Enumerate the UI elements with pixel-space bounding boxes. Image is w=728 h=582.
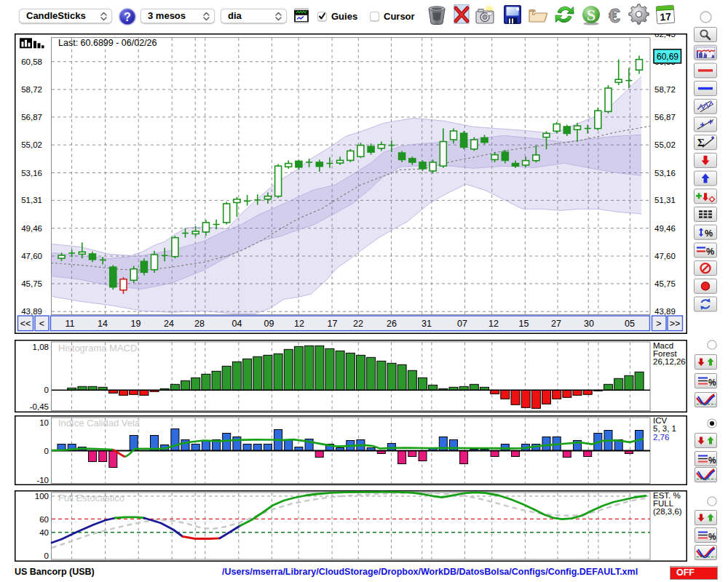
svg-text:5, 3, 1: 5, 3, 1	[653, 424, 676, 433]
svg-text:04: 04	[232, 319, 242, 329]
svg-text:S: S	[587, 6, 596, 24]
svg-text:60: 60	[39, 515, 49, 524]
svg-text:17: 17	[328, 319, 338, 329]
svg-text:60,69: 60,69	[657, 52, 678, 62]
svg-text:26,12,26: 26,12,26	[653, 357, 686, 366]
svg-text:30: 30	[584, 319, 594, 329]
svg-text:Last: 60.6899 - 06/02/26: Last: 60.6899 - 06/02/26	[58, 38, 157, 48]
svg-text:-0,45: -0,45	[30, 402, 49, 411]
svg-text:12: 12	[488, 319, 499, 329]
svg-text:0: 0	[44, 551, 49, 560]
svg-text:05: 05	[625, 319, 635, 329]
svg-text:10: 10	[39, 418, 49, 427]
svg-text:43,89: 43,89	[654, 307, 676, 316]
svg-text:60,58: 60,58	[21, 57, 42, 66]
svg-text:58,72: 58,72	[654, 85, 676, 94]
svg-text:17: 17	[660, 10, 672, 23]
svg-text:?: ?	[124, 10, 131, 23]
svg-text:%: %	[708, 377, 716, 387]
svg-text:26: 26	[387, 319, 397, 329]
svg-text:47,60: 47,60	[654, 252, 676, 260]
svg-text:11: 11	[66, 319, 75, 329]
svg-text:IndIce Calidad Vela: IndIce Calidad Vela	[58, 418, 141, 428]
svg-text:62,43: 62,43	[654, 33, 676, 39]
svg-text:45,75: 45,75	[21, 279, 42, 288]
svg-text:40: 40	[39, 528, 49, 537]
svg-text:07: 07	[457, 319, 467, 329]
svg-text:100: 100	[35, 492, 49, 501]
svg-text:51,31: 51,31	[21, 196, 42, 204]
svg-text:Histograma MACD: Histograma MACD	[58, 343, 137, 354]
svg-text:31: 31	[422, 319, 432, 329]
svg-text:€: €	[609, 5, 620, 25]
svg-text:14: 14	[98, 319, 108, 329]
svg-text:1,08: 1,08	[33, 343, 49, 351]
svg-text:53,16: 53,16	[654, 169, 676, 178]
svg-text:55,02: 55,02	[654, 140, 676, 149]
svg-text:12: 12	[294, 319, 304, 329]
svg-text:22: 22	[353, 319, 363, 329]
svg-text:53,16: 53,16	[21, 169, 42, 178]
svg-text:>: >	[656, 319, 661, 329]
svg-text:45,75: 45,75	[654, 279, 676, 288]
svg-text:0: 0	[44, 447, 49, 455]
svg-text:%: %	[706, 247, 714, 257]
svg-text:19: 19	[131, 319, 141, 329]
svg-text:56,87: 56,87	[654, 113, 676, 121]
svg-text:15: 15	[519, 319, 529, 329]
svg-text:>>: >>	[670, 319, 681, 329]
svg-text:24: 24	[164, 319, 174, 329]
svg-text:<: <	[39, 319, 44, 329]
svg-text:%: %	[708, 532, 716, 542]
svg-text:2,76: 2,76	[653, 433, 669, 442]
svg-text:27: 27	[551, 319, 561, 329]
svg-text:56,87: 56,87	[21, 113, 42, 121]
svg-text:47,60: 47,60	[21, 252, 42, 260]
svg-text:%: %	[708, 455, 716, 465]
svg-text:-10: -10	[36, 476, 49, 485]
svg-text:51,31: 51,31	[654, 196, 676, 204]
svg-text:28: 28	[194, 319, 205, 329]
svg-text:(28,3,6): (28,3,6)	[653, 507, 682, 516]
svg-text:58,72: 58,72	[21, 85, 42, 94]
svg-text:Full Estocastico: Full Estocastico	[58, 493, 124, 503]
svg-text:%: %	[705, 228, 713, 239]
svg-text:09: 09	[264, 319, 274, 329]
svg-text:<<: <<	[20, 319, 31, 329]
svg-text:55,02: 55,02	[21, 140, 42, 149]
svg-text:0: 0	[44, 386, 49, 394]
svg-text:43,89: 43,89	[21, 307, 42, 316]
svg-text:49,46: 49,46	[654, 224, 676, 233]
svg-text:49,46: 49,46	[21, 224, 42, 233]
